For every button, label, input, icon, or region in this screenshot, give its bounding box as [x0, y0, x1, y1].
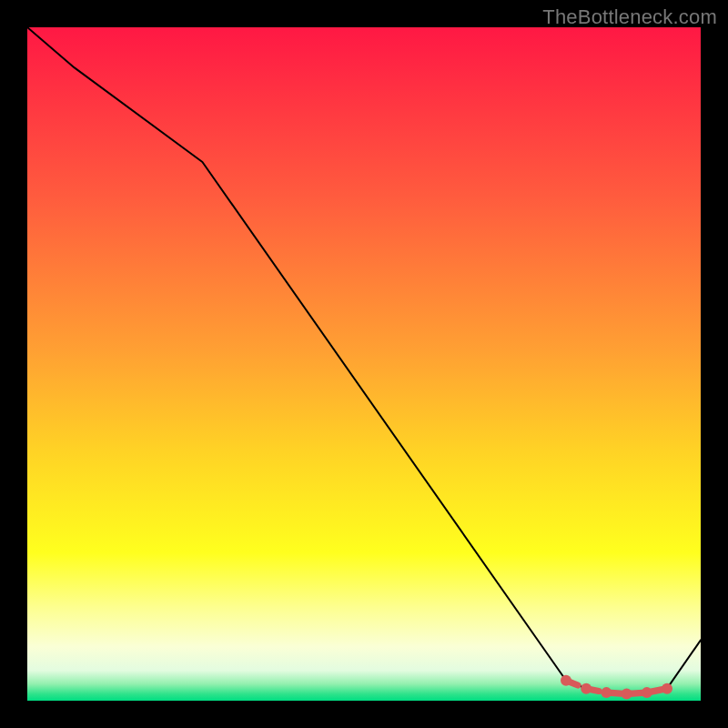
watermark-text: TheBottleneck.com	[542, 5, 717, 29]
marker-dot	[642, 687, 652, 698]
marker-dot	[662, 683, 672, 694]
marker-dot	[581, 683, 592, 694]
marker-dot	[561, 675, 571, 686]
chart-svg	[27, 27, 701, 701]
marker-dot	[601, 687, 612, 698]
gradient-background	[27, 27, 701, 701]
chart-frame: TheBottleneck.com	[0, 0, 728, 728]
plot-area	[27, 27, 701, 701]
marker-dot	[622, 689, 632, 700]
